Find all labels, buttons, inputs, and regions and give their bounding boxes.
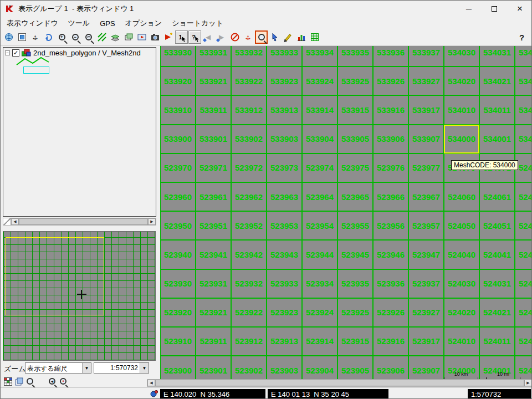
- mesh-cell-524061[interactable]: 524061: [479, 182, 515, 211]
- mesh-cell-523970[interactable]: 523970: [160, 154, 196, 182]
- mesh-cell-523907[interactable]: 523907: [408, 356, 444, 379]
- mesh-cell-533937[interactable]: 533937: [408, 46, 444, 66]
- mesh-cell-524042[interactable]: 524042: [515, 240, 532, 269]
- mesh-cell-523942[interactable]: 523942: [231, 240, 267, 269]
- zoom-in-icon[interactable]: +: [55, 30, 68, 44]
- mesh-cell-533910[interactable]: 533910: [160, 95, 196, 124]
- mesh-cell-523925[interactable]: 523925: [337, 298, 373, 327]
- mesh-cell-533926[interactable]: 533926: [373, 66, 408, 95]
- mesh-cell-523962[interactable]: 523962: [231, 182, 267, 211]
- screen-capture-icon[interactable]: [149, 30, 161, 44]
- mesh-cell-523965[interactable]: 523965: [337, 182, 373, 211]
- mesh-cell-523931[interactable]: 523931: [196, 269, 231, 298]
- mesh-cell-533920[interactable]: 533920: [160, 66, 196, 95]
- zoom-window-icon[interactable]: [82, 30, 95, 44]
- mesh-cell-523902[interactable]: 523902: [231, 356, 267, 379]
- mesh-cell-533922[interactable]: 533922: [231, 66, 267, 95]
- mesh-cell-523966[interactable]: 523966: [373, 182, 408, 211]
- mesh-cell-523960[interactable]: 523960: [160, 182, 196, 211]
- scroll-right-button[interactable]: ▶: [524, 380, 532, 386]
- mesh-cell-523906[interactable]: 523906: [373, 356, 408, 379]
- mesh-cell-523924[interactable]: 523924: [302, 298, 337, 327]
- mesh-cell-523955[interactable]: 523955: [337, 211, 373, 240]
- mesh-cell-523943[interactable]: 523943: [267, 240, 302, 269]
- mesh-cell-523961[interactable]: 523961: [196, 182, 231, 211]
- mesh-cell-523920[interactable]: 523920: [160, 298, 196, 327]
- mesh-cell-523946[interactable]: 523946: [373, 240, 408, 269]
- mesh-cell-533932[interactable]: 533932: [231, 46, 267, 66]
- mesh-cell-534002[interactable]: 534002: [515, 125, 532, 154]
- view-extent-rectangle[interactable]: [6, 237, 104, 315]
- mesh-cell-534030[interactable]: 534030: [444, 46, 479, 66]
- mesh-cell-524020[interactable]: 524020: [444, 298, 479, 327]
- mesh-cell-533930[interactable]: 533930: [160, 46, 196, 66]
- menu-item-5[interactable]: ショートカット: [167, 17, 228, 29]
- menu-item-4[interactable]: オプション: [120, 17, 167, 29]
- mesh-cell-523950[interactable]: 523950: [160, 211, 196, 240]
- mesh-cell-533911[interactable]: 533911: [196, 95, 231, 124]
- mesh-cell-523930[interactable]: 523930: [160, 269, 196, 298]
- mesh-cell-523917[interactable]: 523917: [408, 327, 444, 356]
- mesh-cell-533901[interactable]: 533901: [196, 125, 231, 154]
- help-icon[interactable]: ?: [515, 30, 528, 44]
- mesh-cell-523956[interactable]: 523956: [373, 211, 408, 240]
- mesh-cell-523913[interactable]: 523913: [267, 327, 302, 356]
- mesh-cell-533907[interactable]: 533907: [408, 125, 444, 154]
- mesh-cell-523973[interactable]: 523973: [267, 154, 302, 182]
- mesh-cell-524012[interactable]: 524012: [515, 327, 532, 356]
- refresh-icon[interactable]: [42, 30, 55, 44]
- mesh-cell-534032[interactable]: 534032: [515, 46, 532, 66]
- mesh-cell-524031[interactable]: 524031: [479, 269, 515, 298]
- zoom-previous-icon[interactable]: ◂: [47, 376, 57, 386]
- mesh-cell-523972[interactable]: 523972: [231, 154, 267, 182]
- mesh-cell-533912[interactable]: 533912: [231, 95, 267, 124]
- mesh-cell-533923[interactable]: 533923: [267, 66, 302, 95]
- mesh-cell-524052[interactable]: 524052: [515, 211, 532, 240]
- query-cursor-icon[interactable]: ?: [188, 30, 201, 44]
- mesh-cell-523912[interactable]: 523912: [231, 327, 267, 356]
- mesh-cell-523937[interactable]: 523937: [408, 269, 444, 298]
- chevron-down-icon[interactable]: ▼: [140, 363, 149, 373]
- close-button[interactable]: ×: [507, 1, 532, 17]
- mesh-cell-534021[interactable]: 534021: [479, 66, 515, 95]
- mesh-cell-523900[interactable]: 523900: [160, 356, 196, 379]
- chevron-down-icon[interactable]: ▼: [82, 363, 91, 373]
- mesh-cell-524010[interactable]: 524010: [444, 327, 479, 356]
- mesh-cell-524040[interactable]: 524040: [444, 240, 479, 269]
- scale-value-select[interactable]: 1:570732 ▼: [94, 362, 149, 374]
- edit-pencil-icon[interactable]: [282, 30, 294, 44]
- mesh-cell-524030[interactable]: 524030: [444, 269, 479, 298]
- layer-raise-icon[interactable]: [109, 30, 121, 44]
- tool-1-icon[interactable]: 1: [175, 30, 188, 44]
- mesh-cell-523922[interactable]: 523922: [231, 298, 267, 327]
- scroll-left-button[interactable]: ◀: [11, 218, 19, 225]
- add-marker-icon[interactable]: [162, 30, 175, 44]
- zoom-tool-icon[interactable]: [255, 30, 268, 44]
- mesh-cell-523936[interactable]: 523936: [373, 269, 408, 298]
- mesh-cell-534012[interactable]: 534012: [515, 95, 532, 124]
- mesh-cell-533916[interactable]: 533916: [373, 95, 408, 124]
- mesh-overlay-icon[interactable]: [95, 30, 108, 44]
- mesh-cell-533933[interactable]: 533933: [267, 46, 302, 66]
- mesh-cell-524051[interactable]: 524051: [479, 211, 515, 240]
- tree-expander-icon[interactable]: −: [5, 50, 10, 55]
- legend-table-icon[interactable]: [3, 376, 13, 386]
- mesh-cell-534031[interactable]: 534031: [479, 46, 515, 66]
- mesh-cell-523951[interactable]: 523951: [196, 211, 231, 240]
- mesh-cell-523940[interactable]: 523940: [160, 240, 196, 269]
- mesh-cell-534001[interactable]: 534001: [479, 125, 515, 154]
- mesh-cell-533931[interactable]: 533931: [196, 46, 231, 66]
- mesh-cell-533915[interactable]: 533915: [337, 95, 373, 124]
- pan-tool-icon[interactable]: ↔↕: [242, 30, 254, 44]
- globe-icon[interactable]: [2, 30, 15, 44]
- full-extent-icon[interactable]: [16, 30, 28, 44]
- mesh-cell-523967[interactable]: 523967: [408, 182, 444, 211]
- mesh-cell-524021[interactable]: 524021: [479, 298, 515, 327]
- mesh-cell-533906[interactable]: 533906: [373, 125, 408, 154]
- mesh-cell-523901[interactable]: 523901: [196, 356, 231, 379]
- mesh-cell-523932[interactable]: 523932: [231, 269, 267, 298]
- menu-item-1[interactable]: 表示ウィンドウ: [2, 17, 63, 29]
- minimize-button[interactable]: ─: [456, 1, 482, 17]
- scroll-right-button[interactable]: ▶: [148, 218, 156, 225]
- mesh-cell-523914[interactable]: 523914: [302, 327, 337, 356]
